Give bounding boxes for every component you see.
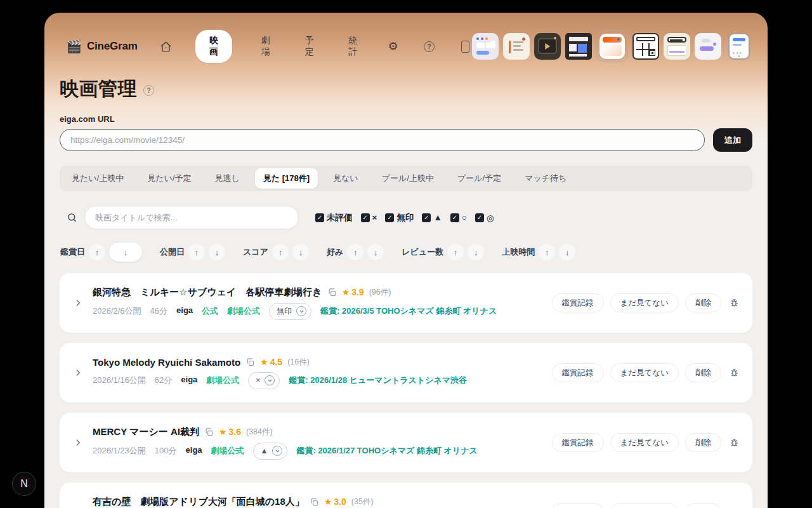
movie-card: MERCY マーシー AI裁判 ★ 3.6 (384件) 2026/1/23公開 bbox=[60, 413, 752, 472]
movie-link[interactable]: 劇場公式 bbox=[227, 305, 260, 317]
nav-link[interactable]: 予定 bbox=[299, 30, 320, 63]
rating-filter-checkbox[interactable]: ▲ bbox=[422, 213, 442, 222]
sort-desc-button[interactable]: ↓ bbox=[292, 244, 309, 260]
article-theme-icon[interactable] bbox=[503, 33, 530, 60]
movie-title: MERCY マーシー AI裁判 bbox=[93, 426, 199, 438]
sort-asc-button[interactable]: ↑ bbox=[539, 244, 555, 260]
dashboard-theme-icon[interactable] bbox=[472, 33, 499, 60]
mark-select-dropdown[interactable]: 無印 bbox=[269, 303, 311, 320]
delete-button[interactable]: 削除 bbox=[685, 363, 721, 382]
expand-chevron-icon[interactable] bbox=[74, 368, 82, 377]
rating-filter-checkbox[interactable]: ○ bbox=[450, 213, 467, 222]
star-icon: ★ bbox=[219, 427, 227, 437]
watched-record: 鑑賞: 2026/1/27 TOHOシネマズ 錦糸町 オリナス bbox=[296, 445, 477, 457]
add-button[interactable]: 追加 bbox=[713, 128, 752, 152]
movie-links: eiga 公式 劇場公式 bbox=[176, 305, 260, 317]
movie-link[interactable]: 公式 bbox=[202, 305, 218, 317]
theme-switcher bbox=[472, 30, 752, 62]
delete-button[interactable]: 削除 bbox=[685, 293, 721, 312]
status-tab[interactable]: 見た [178件] bbox=[255, 168, 318, 189]
viewing-record-button[interactable]: 鑑賞記録 bbox=[552, 433, 604, 452]
viewing-record-button[interactable]: 鑑賞記録 bbox=[552, 363, 604, 382]
copy-icon[interactable] bbox=[204, 427, 214, 437]
mark-select-dropdown[interactable]: × bbox=[248, 372, 280, 389]
viewing-record-button[interactable]: 鑑賞記録 bbox=[552, 293, 604, 312]
checkbox-checked-icon bbox=[450, 213, 459, 222]
not-seen-yet-button[interactable]: まだ見てない bbox=[610, 433, 679, 452]
video-theme-icon[interactable] bbox=[534, 33, 561, 60]
status-tab[interactable]: マッチ待ち bbox=[516, 168, 575, 189]
checkbox-checked-icon bbox=[361, 213, 370, 222]
not-seen-yet-button[interactable]: まだ見てない bbox=[610, 293, 679, 312]
not-seen-yet-button[interactable]: まだ見てない bbox=[610, 503, 679, 508]
release-date: 2026/2/6公開 bbox=[93, 305, 141, 317]
minimal-theme-icon[interactable] bbox=[695, 33, 721, 60]
status-tab[interactable]: プール/予定 bbox=[449, 168, 509, 189]
sort-desc-button[interactable]: ↓ bbox=[367, 244, 384, 260]
copy-icon[interactable] bbox=[246, 358, 255, 367]
movie-card: Tokyo Melody Ryuichi Sakamoto ★ 4.5 (16件… bbox=[60, 343, 752, 403]
delete-button[interactable]: 削除 bbox=[685, 433, 721, 452]
table-theme-icon[interactable] bbox=[664, 33, 690, 60]
rating-filter-checkbox[interactable]: × bbox=[361, 213, 377, 222]
expand-chevron-icon[interactable] bbox=[74, 438, 82, 447]
mobile-phone-icon[interactable] bbox=[459, 39, 472, 53]
sort-asc-button[interactable]: ↑ bbox=[188, 244, 205, 260]
delete-button[interactable]: 削除 bbox=[685, 503, 721, 508]
bug-debug-icon[interactable] bbox=[729, 368, 740, 378]
title-help-icon[interactable]: ? bbox=[143, 85, 154, 96]
movie-score: 3.6 bbox=[229, 427, 241, 437]
sort-desc-button[interactable]: ↓ bbox=[559, 244, 575, 260]
rating-filter-checkbox[interactable]: 無印 bbox=[385, 212, 414, 224]
checkbox-checked-icon bbox=[315, 213, 324, 222]
expand-chevron-icon[interactable] bbox=[74, 298, 82, 307]
viewing-record-button[interactable]: 鑑賞記録 bbox=[552, 503, 604, 508]
page-title: 映画管理 bbox=[60, 76, 137, 102]
settings-gear-icon[interactable]: ⚙ bbox=[386, 39, 400, 53]
rating-filter-checkbox[interactable]: ◎ bbox=[475, 213, 494, 223]
eiga-url-input[interactable] bbox=[60, 129, 705, 151]
news-theme-icon[interactable] bbox=[565, 33, 592, 60]
nav-link[interactable]: 映画 bbox=[195, 30, 233, 63]
release-date: 2026/1/23公開 bbox=[93, 445, 146, 457]
help-icon[interactable]: ? bbox=[422, 39, 436, 53]
mark-select-dropdown[interactable]: ▲ bbox=[253, 443, 288, 460]
home-icon[interactable] bbox=[159, 39, 173, 53]
sort-desc-button[interactable]: ↓ bbox=[209, 244, 225, 260]
grid-theme-icon[interactable] bbox=[632, 33, 659, 60]
copy-icon[interactable] bbox=[310, 497, 319, 507]
movie-title: 銀河特急 ミルキー☆サブウェイ 各駅停車劇場行き bbox=[93, 286, 322, 298]
not-seen-yet-button[interactable]: まだ見てない bbox=[610, 363, 679, 382]
status-tab[interactable]: 見ない bbox=[325, 168, 367, 189]
movie-links: eiga 劇場公式 bbox=[186, 445, 244, 457]
status-tab[interactable]: 見たい/予定 bbox=[139, 168, 199, 189]
movie-link[interactable]: eiga bbox=[186, 445, 202, 457]
movie-link[interactable]: 劇場公式 bbox=[211, 445, 244, 457]
sort-group: スコア ↑ ↓ bbox=[243, 244, 309, 260]
sort-desc-button[interactable]: ↓ bbox=[468, 244, 484, 260]
copy-icon[interactable] bbox=[327, 288, 337, 297]
rating-filter-checkbox[interactable]: 未評価 bbox=[315, 212, 353, 224]
status-tab[interactable]: 見たい/上映中 bbox=[63, 168, 132, 189]
nextjs-dev-badge[interactable]: N bbox=[12, 472, 36, 496]
sort-desc-button[interactable]: ↓ bbox=[109, 243, 142, 262]
movie-link[interactable]: eiga bbox=[176, 305, 193, 317]
status-tab[interactable]: プール/上映中 bbox=[374, 168, 442, 189]
title-search-input[interactable] bbox=[84, 206, 299, 229]
sort-label: 好み bbox=[327, 246, 343, 258]
nav-link[interactable]: 統計 bbox=[343, 30, 363, 63]
movie-link[interactable]: eiga bbox=[181, 375, 197, 386]
bug-debug-icon[interactable] bbox=[729, 298, 740, 309]
status-tab[interactable]: 見逃し bbox=[206, 168, 247, 189]
bug-debug-icon[interactable] bbox=[729, 438, 740, 448]
sort-asc-button[interactable]: ↑ bbox=[447, 244, 464, 260]
mobile-theme-icon[interactable] bbox=[728, 33, 750, 60]
sort-asc-button[interactable]: ↑ bbox=[347, 244, 363, 260]
watched-record: 鑑賞: 2026/1/28 ヒューマントラストシネマ渋谷 bbox=[289, 375, 467, 386]
orange-theme-icon-selected[interactable] bbox=[596, 30, 628, 62]
movie-link[interactable]: 劇場公式 bbox=[206, 375, 239, 386]
sort-asc-button[interactable]: ↑ bbox=[272, 244, 289, 260]
sort-asc-button[interactable]: ↑ bbox=[89, 244, 105, 260]
nav-link[interactable]: 劇場 bbox=[255, 30, 276, 63]
main-nav: 映画 劇場 予定 統計 ⚙ ? bbox=[159, 30, 472, 63]
